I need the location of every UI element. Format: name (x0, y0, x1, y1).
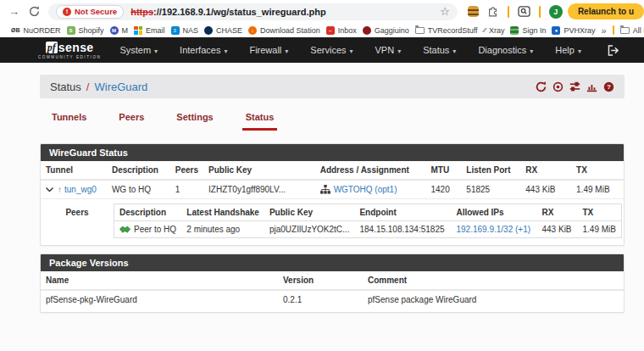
community-edition-label: COMMUNITY EDITION (38, 55, 101, 59)
peer-rx: 443 KiB (537, 221, 578, 238)
bookmark-download-station[interactable]: ↓Download Station (248, 26, 320, 35)
profile-avatar[interactable]: J (549, 5, 563, 19)
record-status-icon[interactable] (552, 81, 564, 92)
package-row: pfSense-pkg-WireGuard 0.2.1 pfSense pack… (41, 290, 624, 309)
breadcrumb-actions: ? (536, 81, 614, 92)
package-version: 0.2.1 (278, 290, 363, 309)
package-versions-table: Name Version Comment pfSense-pkg-WireGua… (41, 271, 624, 309)
wireguard-status-table: Tunnel Description Peers Public Key Addr… (41, 161, 624, 199)
navbar-menu: System Interfaces Firewall Services VPN … (119, 45, 581, 55)
download-station-icon: ↓ (248, 26, 257, 35)
expand-chevron-icon[interactable] (46, 186, 53, 193)
relaunch-button[interactable]: Relaunch to u (568, 3, 644, 20)
chevron-down-icon (394, 45, 401, 55)
bookmark-shopify[interactable]: SShopify (67, 26, 104, 35)
peers-subtable-wrap: Description Latest Handshake Public Key … (114, 203, 622, 238)
nav-help[interactable]: Help (555, 45, 581, 55)
tab-settings[interactable]: Settings (173, 112, 216, 131)
peer-col-rx: RX (537, 204, 578, 221)
pfsense-navbar: pf sense COMMUNITY EDITION System Interf… (0, 37, 644, 63)
peer-col-endpoint: Endpoint (354, 204, 451, 221)
logout-icon[interactable] (608, 45, 620, 56)
tab-bar: Tunnels Peers Settings Status (48, 112, 625, 131)
nav-system[interactable]: System (119, 45, 158, 55)
bookmark-nas[interactable]: ≡NAS (171, 26, 199, 35)
peer-col-allowed-ips: Allowed IPs (451, 204, 536, 221)
puzzle-extensions-icon[interactable] (487, 6, 499, 18)
bookmarks-overflow-chevron[interactable]: » (602, 25, 607, 36)
bookmarks-divider (613, 25, 614, 35)
tunnel-row: ↑ tun_wg0 WG to HQ 1 IZHZT0y1gff890LV...… (41, 180, 624, 199)
bookmark-pvhxray[interactable]: ●PVHXray (552, 26, 595, 35)
bookmark-sign-in[interactable]: Sign In (510, 26, 546, 35)
breadcrumb-separator: / (86, 81, 90, 93)
peers-table: Description Latest Handshake Public Key … (114, 204, 621, 237)
nav-services[interactable]: Services (310, 45, 353, 55)
peer-allowed-ips-link[interactable]: 192.169.9.1/32 (+1) (456, 225, 530, 234)
bookmark-star-icon[interactable]: ☆ (440, 6, 450, 17)
chart-icon[interactable] (586, 81, 597, 92)
bookmark-m[interactable]: MM (110, 26, 129, 35)
all-bookmarks[interactable]: All B (620, 26, 644, 35)
chevron-down-icon (220, 45, 227, 55)
tab-peers[interactable]: Peers (115, 112, 147, 131)
not-secure-label: Not Secure (75, 7, 117, 16)
page-content: Status / WireGuard ? Tunnels Peers Setti… (40, 75, 625, 313)
bookmark-chase[interactable]: CHASE (204, 26, 242, 35)
tunnel-description: WG to HQ (107, 180, 170, 199)
nav-interfaces[interactable]: Interfaces (180, 45, 227, 55)
nav-vpn[interactable]: VPN (375, 45, 402, 55)
col-address-assignment: Address / Assignment (315, 161, 426, 180)
chevron-down-icon (449, 45, 456, 55)
bee-extension-icon[interactable] (468, 6, 479, 17)
bookmark-nuorder[interactable]: ØBNuORDER (11, 26, 61, 35)
breadcrumb-page-link[interactable]: WireGuard (94, 81, 147, 93)
tab-search-icon[interactable] (518, 6, 530, 17)
xray-icon: ⁄⁄ (484, 26, 486, 35)
peer-row: Peer to HQ 2 minutes ago pja0UZIlUzYOK2t… (114, 221, 621, 238)
col-peers: Peers (170, 161, 203, 180)
forward-arrow-icon[interactable]: → (8, 6, 19, 17)
shopify-icon: S (67, 26, 75, 35)
pf-logo-box: pf (46, 42, 58, 53)
col-tunnel: Tunnel (41, 161, 107, 180)
tunnel-mtu: 1420 (425, 180, 461, 199)
browser-chrome: → ! Not Secure https://192.168.9.1/wg/st… (0, 0, 644, 37)
pfsense-logo[interactable]: pf sense COMMUNITY EDITION (38, 42, 101, 59)
pkg-col-name: Name (41, 271, 278, 290)
assignment-link[interactable]: WGTOHQ (opt1) (334, 185, 397, 194)
table-header-row: Tunnel Description Peers Public Key Addr… (41, 161, 624, 180)
peer-col-latest-handshake: Latest Handshake (181, 204, 264, 221)
bookmark-inbox[interactable]: –Inbox (326, 26, 357, 35)
url-rest: ://192.168.9.1/wg/status_wireguard.php (153, 7, 326, 17)
col-mtu: MTU (425, 161, 461, 180)
chevron-down-icon (347, 45, 353, 55)
folder-icon (415, 27, 425, 34)
nav-firewall[interactable]: Firewall (249, 45, 288, 55)
refresh-icon[interactable] (536, 81, 547, 92)
reload-icon[interactable] (29, 6, 40, 17)
filter-sliders-icon[interactable] (569, 81, 580, 92)
browser-toolbar: → ! Not Secure https://192.168.9.1/wg/st… (0, 0, 644, 23)
bookmark-email[interactable]: Email (134, 26, 165, 35)
tab-status[interactable]: Status (242, 112, 278, 131)
nav-diagnostics[interactable]: Diagnostics (478, 45, 533, 55)
peer-col-public-key: Public Key (264, 204, 354, 221)
peer-col-tx: TX (578, 204, 622, 221)
peers-header-row: Description Latest Handshake Public Key … (114, 204, 621, 221)
nav-status[interactable]: Status (423, 45, 456, 55)
address-bar[interactable]: ! Not Secure https://192.168.9.1/wg/stat… (48, 3, 458, 20)
url-text[interactable]: https://192.168.9.1/wg/status_wireguard.… (130, 7, 325, 17)
peers-section: Peers Description Latest Handshake Publi… (41, 199, 624, 245)
peer-endpoint: 184.15.108.134:51825 (354, 221, 451, 238)
help-icon[interactable]: ? (603, 81, 614, 92)
tunnel-name-link[interactable]: tun_wg0 (64, 185, 97, 194)
tab-tunnels[interactable]: Tunnels (48, 112, 90, 131)
svg-text:?: ? (607, 83, 611, 91)
not-secure-chip[interactable]: ! Not Secure (56, 5, 124, 19)
bookmark-tvrecordstuff[interactable]: TVRecordStuff (415, 26, 478, 35)
bookmark-xray[interactable]: ⁄⁄Xray (484, 26, 505, 35)
package-header-row: Name Version Comment (41, 271, 624, 290)
pkg-col-version: Version (278, 271, 363, 290)
bookmark-gaggiuino[interactable]: Gaggiuino (363, 26, 409, 35)
